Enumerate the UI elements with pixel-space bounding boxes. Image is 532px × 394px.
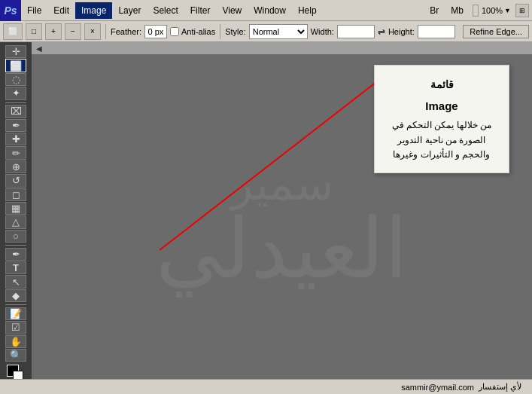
tool-brush[interactable]: ✏ <box>5 146 26 159</box>
arrange-windows-btn[interactable]: ⊞ <box>515 4 529 17</box>
photoshop-logo: Ps <box>0 0 21 21</box>
arabic-line-1: سمير <box>156 162 408 207</box>
tool-hand[interactable]: ✋ <box>5 335 26 348</box>
canvas-tab-strip: ◀ <box>32 42 532 54</box>
refine-edge-button[interactable]: Refine Edge... <box>463 25 529 38</box>
height-label: Height: <box>388 27 415 36</box>
zoom-display: 100% ▼ <box>482 6 511 15</box>
email-label: لأي إستفسار <box>479 382 521 392</box>
divider-1 <box>105 24 106 39</box>
tool-eraser[interactable]: ◻ <box>5 188 26 201</box>
color-swatch-area <box>5 363 26 376</box>
info-title-arabic: قائمة <box>387 76 497 93</box>
menu-layer[interactable]: Layer <box>112 2 147 19</box>
feather-label: Feather: <box>111 27 141 36</box>
menu-help[interactable]: Help <box>292 2 323 19</box>
tool-notes[interactable]: 📝 <box>5 307 26 320</box>
tool-magic-wand[interactable]: ✦ <box>5 87 26 99</box>
style-select[interactable]: Normal Fixed Ratio Fixed Size <box>249 24 308 39</box>
add-selection-btn[interactable]: + <box>45 23 62 40</box>
antialias-wrap: Anti-alias <box>170 27 215 36</box>
tool-eyedropper2[interactable]: ☑ <box>5 321 26 334</box>
tool-dodge[interactable]: ○ <box>5 230 26 243</box>
menu-view[interactable]: View <box>216 2 248 19</box>
menu-file[interactable]: File <box>21 2 47 19</box>
email-address: sammir@ymail.com <box>401 383 474 392</box>
menu-br[interactable]: Br <box>424 2 445 19</box>
subtract-selection-btn[interactable]: − <box>65 23 81 40</box>
new-selection-btn[interactable]: □ <box>26 23 42 40</box>
tool-preset-picker[interactable]: ⬜ <box>3 23 23 40</box>
menu-select[interactable]: Select <box>147 2 184 19</box>
tool-type[interactable]: T <box>5 261 26 274</box>
antialias-label: Anti-alias <box>181 27 215 36</box>
status-bar: sammir@ymail.com لأي إستفسار <box>0 379 532 394</box>
feather-input[interactable] <box>144 25 167 38</box>
options-bar: ⬜ □ + − × Feather: Anti-alias Style: Nor… <box>0 21 532 42</box>
tool-eyedropper[interactable]: ✒ <box>5 119 26 132</box>
tool-clone-stamp[interactable]: ⊕ <box>5 160 26 173</box>
tool-move[interactable]: ✛ <box>5 45 26 58</box>
tool-zoom[interactable]: 🔍 <box>5 349 26 362</box>
menu-window[interactable]: Window <box>248 2 292 19</box>
info-title-english: Image <box>387 97 497 115</box>
height-input[interactable] <box>418 25 455 38</box>
divider-2 <box>220 24 220 39</box>
screen-mode-btn[interactable] <box>473 5 479 17</box>
arabic-line-2: العيدلي <box>156 207 408 290</box>
left-toolbar: ✛ ⬜ ◌ ✦ ⌧ ✒ ✚ ✏ ⊕ ↺ ◻ ▦ △ ○ ✒ T ↖ ◆ 📝 ☑ … <box>0 42 32 379</box>
antialias-checkbox[interactable] <box>170 27 179 36</box>
menu-edit[interactable]: Edit <box>47 2 75 19</box>
arabic-calligraphy-text: سمير العيدلي <box>156 162 408 290</box>
tool-history-brush[interactable]: ↺ <box>5 174 26 187</box>
tool-shape[interactable]: ◆ <box>5 289 26 302</box>
tool-divider-2 <box>5 245 26 246</box>
menu-bar: Ps File Edit Image Layer Select Filter V… <box>0 0 532 21</box>
tool-marquee[interactable]: ⬜ <box>5 59 26 72</box>
tool-divider-3 <box>5 304 26 305</box>
tool-crop[interactable]: ⌧ <box>5 105 26 118</box>
tool-gradient[interactable]: ▦ <box>5 202 26 215</box>
menu-filter[interactable]: Filter <box>184 2 217 19</box>
canvas-tab-arrow[interactable]: ◀ <box>36 44 42 53</box>
intersect-selection-btn[interactable]: × <box>84 23 101 40</box>
tool-healing[interactable]: ✚ <box>5 133 26 145</box>
swap-icon[interactable]: ⇌ <box>378 26 385 37</box>
canvas-area: ◀ سمير العيدلي قائمة Image من خلالها يمك… <box>32 42 532 379</box>
info-tooltip-box: قائمة Image من خلالها يمكن التحكم في الص… <box>374 65 509 173</box>
tool-lasso[interactable]: ◌ <box>5 73 26 86</box>
menu-mb[interactable]: Mb <box>445 2 470 19</box>
menu-image[interactable]: Image <box>75 2 112 19</box>
width-label: Width: <box>311 27 334 36</box>
style-label: Style: <box>225 27 246 36</box>
width-input[interactable] <box>337 25 375 38</box>
info-body-text: من خلالها يمكن التحكم في الصورة من ناحية… <box>387 118 497 162</box>
tool-blur[interactable]: △ <box>5 215 26 228</box>
tool-path-select[interactable]: ↖ <box>5 275 26 288</box>
tool-pen[interactable]: ✒ <box>5 248 26 261</box>
tool-divider-1 <box>5 102 26 103</box>
